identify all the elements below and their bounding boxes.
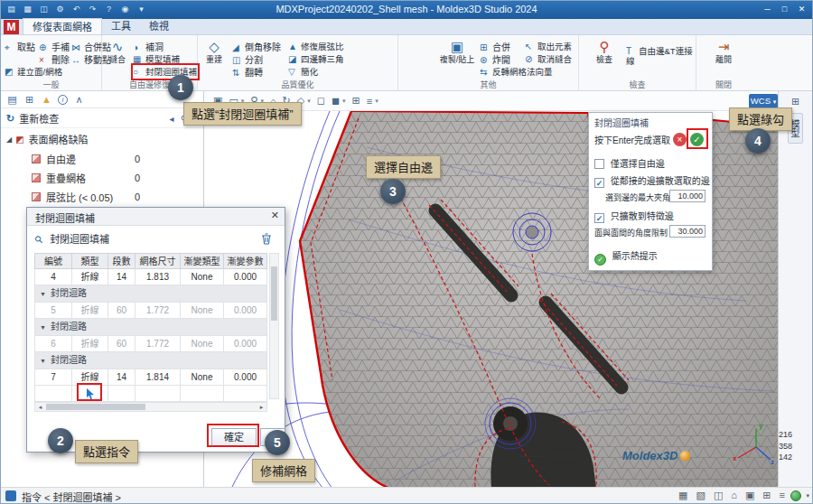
- expander-icon[interactable]: ◢: [6, 135, 12, 144]
- simplify-button[interactable]: ▽簡化: [288, 65, 357, 78]
- feature-edge-checkbox[interactable]: [594, 213, 604, 223]
- option-free-edge-row[interactable]: 僅選擇自由邊: [594, 156, 708, 170]
- rebuild-button[interactable]: ◇重建: [200, 38, 229, 79]
- refresh-icon[interactable]: ↻: [6, 113, 14, 125]
- collapse-icon[interactable]: ▼: [40, 291, 46, 297]
- manual-fill-button[interactable]: ⊕手補: [39, 40, 70, 52]
- close-button[interactable]: ✕: [794, 3, 809, 16]
- info-icon[interactable]: i: [58, 95, 68, 105]
- tab-mesh-repair[interactable]: 修復表面網格: [23, 18, 102, 34]
- defect-row[interactable]: 重疊網格0: [1, 168, 203, 187]
- fill-hole-button[interactable]: ◑補洞: [133, 40, 196, 52]
- capture-icon[interactable]: ◉: [118, 3, 132, 16]
- display-dropdown-icon[interactable]: ▾: [375, 98, 378, 105]
- recheck-label[interactable]: 重新檢查: [19, 111, 59, 126]
- list-icon[interactable]: ≡: [780, 490, 785, 501]
- home-icon[interactable]: ⌂: [731, 490, 737, 501]
- explode-button[interactable]: ⊛炸開: [480, 52, 521, 65]
- chart-icon[interactable]: ▧: [696, 490, 705, 501]
- wcs-button[interactable]: WCS ▾: [749, 94, 778, 108]
- option-spread-row[interactable]: 從鄰接的邊擴散選取的邊: [594, 173, 708, 188]
- cursor-row[interactable]: [34, 386, 267, 402]
- tree-root-row[interactable]: ◢ ◩ 表面網格缺陷: [1, 128, 203, 149]
- tab-view[interactable]: 檢視: [140, 18, 178, 34]
- table-row[interactable]: 4折線141.813None0.000: [34, 269, 267, 285]
- copy-paste-button[interactable]: ▣複製/貼上: [438, 38, 476, 79]
- flip-button[interactable]: ⇅翻轉: [232, 65, 285, 78]
- extract-button[interactable]: ↖取出元素: [525, 40, 577, 52]
- check-button[interactable]: ⚲檢查: [588, 38, 621, 79]
- layout-icon[interactable]: ⊞: [762, 490, 771, 501]
- free-edge-checkbox[interactable]: [594, 159, 604, 169]
- loop-group-row[interactable]: ▼封閉迴路: [34, 285, 267, 303]
- split-button[interactable]: ◫分割: [232, 52, 285, 65]
- display-mode-icon[interactable]: ≡: [367, 96, 372, 107]
- grid-view-icon[interactable]: ⊞: [23, 94, 35, 106]
- column-header[interactable]: 網格尺寸: [136, 253, 181, 269]
- app-logo[interactable]: M: [4, 20, 19, 34]
- delete-loop-icon[interactable]: [261, 232, 272, 248]
- reverse-normal-button[interactable]: ⇆反轉網格法向量: [480, 65, 577, 78]
- save-icon[interactable]: ▤: [5, 3, 18, 16]
- loop-group-row[interactable]: ▼封閉迴路: [34, 319, 267, 336]
- collapse-icon[interactable]: ▼: [40, 324, 46, 331]
- spread-checkbox[interactable]: [594, 178, 604, 188]
- scroll-left-icon[interactable]: ◂: [35, 403, 45, 412]
- delete-button[interactable]: ×刪除: [39, 52, 70, 65]
- column-header[interactable]: 類型: [72, 253, 108, 269]
- view-dropdown-icon[interactable]: ▾: [307, 98, 311, 105]
- hint-row[interactable]: ✓ 顯示熱提示: [594, 248, 708, 266]
- warning-filter-icon[interactable]: ▲: [41, 94, 52, 106]
- iso-view-icon[interactable]: ◼: [332, 95, 340, 107]
- report-icon[interactable]: ◫: [714, 490, 723, 501]
- column-header[interactable]: 段數: [108, 253, 136, 269]
- mesh-summary-icon[interactable]: ▦: [678, 490, 687, 501]
- quad-to-tri-button[interactable]: ◪四邊轉三角: [288, 52, 357, 65]
- front-view-icon[interactable]: ◻: [317, 95, 325, 107]
- column-header[interactable]: 漸變類型: [181, 253, 224, 269]
- collapse-icon[interactable]: ▼: [40, 358, 46, 364]
- undo-icon[interactable]: ↶: [70, 3, 83, 16]
- scrollbar-thumb[interactable]: [271, 266, 277, 321]
- column-header[interactable]: 編號: [34, 253, 72, 269]
- face-angle-input[interactable]: 30.000: [669, 225, 706, 238]
- maximize-button[interactable]: □: [777, 3, 792, 16]
- projection-dropdown-icon[interactable]: ▾: [342, 98, 346, 105]
- fix-aspect-button[interactable]: ▲修復展弦比: [288, 40, 357, 52]
- sew-button[interactable]: ∿縫合: [104, 38, 131, 79]
- dialog-title-bar[interactable]: 封閉迴圈填補 ✕: [27, 208, 285, 226]
- column-header[interactable]: 漸變參數: [224, 253, 267, 269]
- defect-row[interactable]: 展弦比 (< 0.05)0: [1, 187, 203, 206]
- import-icon[interactable]: ◫: [37, 3, 51, 16]
- loop-group-row[interactable]: ▼封閉迴路: [34, 352, 267, 369]
- option-feature-row[interactable]: 只擴散到特徵邊: [594, 209, 708, 223]
- collapse-panel-icon[interactable]: ∧: [73, 94, 85, 106]
- redo-icon[interactable]: ↷: [86, 3, 99, 16]
- dialog-close-icon[interactable]: ✕: [271, 210, 279, 221]
- open-project-icon[interactable]: ▦: [21, 3, 34, 16]
- vertical-scrollbar[interactable]: [269, 253, 279, 399]
- settings-icon[interactable]: ⚙: [53, 3, 67, 16]
- defect-row[interactable]: 自由邊0: [1, 149, 203, 168]
- exit-button[interactable]: ⇥離開: [707, 38, 740, 79]
- scroll-right-icon[interactable]: ▸: [257, 403, 266, 412]
- list-view-icon[interactable]: ▤: [6, 94, 18, 106]
- minimize-button[interactable]: ─: [760, 3, 775, 16]
- table-row[interactable]: 6折線601.772None0.000: [34, 336, 267, 352]
- unsew-button[interactable]: ⊘取消縫合: [525, 52, 577, 65]
- run-status-icon[interactable]: [790, 490, 801, 501]
- tab-tools[interactable]: 工具: [102, 18, 140, 34]
- pick-point-button[interactable]: ⌖取點: [5, 40, 37, 52]
- chamfer-remove-button[interactable]: ◢倒角移除: [232, 40, 285, 52]
- prev-result-icon[interactable]: ◂: [170, 114, 174, 124]
- horizontal-scrollbar[interactable]: ◂ ▸: [34, 402, 267, 412]
- snapshot-icon[interactable]: ▣: [745, 490, 754, 501]
- status-dropdown-icon[interactable]: ▾: [806, 492, 809, 499]
- create-face-button[interactable]: ◩建立面/網格: [5, 65, 100, 78]
- merge-button[interactable]: ⊞合併: [480, 40, 521, 52]
- table-row[interactable]: 7折線141.814None0.000: [34, 369, 267, 386]
- table-row[interactable]: 5折線601.772None0.000: [34, 303, 267, 319]
- grid-toggle-icon[interactable]: ⊞: [352, 95, 360, 107]
- panel-pin-icon[interactable]: ⊞: [790, 96, 802, 107]
- help-icon[interactable]: ?: [102, 3, 116, 16]
